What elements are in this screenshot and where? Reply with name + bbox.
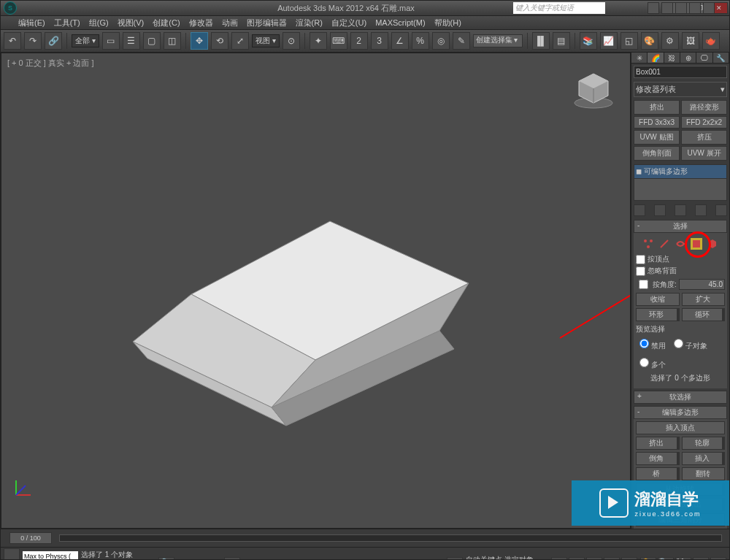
insert-vertex-button[interactable]: 插入顶点	[636, 421, 725, 434]
vertex-subobj-icon[interactable]	[642, 238, 654, 250]
schematic-button[interactable]: ◱	[620, 32, 638, 50]
mod-extrude[interactable]: 挤出	[634, 100, 680, 115]
quick-render-button[interactable]: 🫖	[702, 32, 720, 50]
menu-group[interactable]: 组(G)	[89, 18, 109, 28]
display-tab[interactable]: 🖵	[696, 53, 712, 63]
timeline-ticks[interactable]	[59, 534, 722, 542]
goto-end-icon[interactable]: ⏭	[621, 557, 637, 560]
menu-grapheditors[interactable]: 图形编辑器	[247, 18, 287, 28]
show-end-icon[interactable]	[654, 204, 666, 216]
modifier-list-dropdown[interactable]: 修改器列表▾	[634, 82, 727, 97]
mod-ffd333[interactable]: FFD 3x3x3	[634, 116, 680, 129]
rollout-softsel[interactable]: 软选择	[634, 391, 727, 404]
snap2d-button[interactable]: 2	[350, 32, 368, 50]
prev-frame-icon[interactable]: ◀	[569, 557, 585, 560]
window-crossing-button[interactable]: ◫	[164, 32, 181, 50]
rollout-editpoly[interactable]: 编辑多边形	[634, 406, 727, 419]
by-angle-checkbox[interactable]	[639, 280, 648, 289]
snap3d-button[interactable]: 3	[371, 32, 388, 50]
box-object[interactable]	[126, 214, 476, 448]
next-frame-icon[interactable]: ▶	[604, 557, 620, 560]
mod-ffd222[interactable]: FFD 2x2x2	[681, 116, 727, 129]
named-sel-input[interactable]: 创建选择集 ▾	[473, 34, 523, 47]
menu-create[interactable]: 创建(C)	[153, 18, 180, 28]
maximize-viewport-icon[interactable]: ◱	[710, 557, 726, 560]
anglesnap-button[interactable]: ∠	[391, 32, 409, 50]
move-button[interactable]: ✥	[191, 32, 208, 50]
remove-mod-icon[interactable]	[695, 204, 707, 216]
manipulate-button[interactable]: ✦	[310, 32, 327, 50]
by-vertex-checkbox[interactable]	[636, 255, 645, 264]
unique-icon[interactable]	[675, 204, 686, 216]
zoom-extents-icon[interactable]: ⛶	[675, 557, 691, 560]
rotate-button[interactable]: ⟲	[211, 32, 228, 50]
time-slider[interactable]: 0 / 100	[1, 529, 729, 547]
align-button[interactable]: ▤	[553, 32, 570, 50]
material-editor-button[interactable]: 🎨	[641, 32, 658, 50]
rollout-selection[interactable]: 选择	[634, 220, 727, 233]
stack-item-editpoly[interactable]: ◼ 可编辑多边形	[634, 165, 726, 179]
key-mode-icon[interactable]: 🗝	[447, 557, 463, 560]
edit-named-sel-button[interactable]: ✎	[453, 32, 470, 50]
modify-tab[interactable]: 🌈	[648, 53, 664, 63]
viewcube-icon[interactable]	[572, 68, 615, 112]
isolate-icon[interactable]	[224, 557, 240, 560]
loop-button[interactable]: 循环	[682, 308, 726, 321]
menu-modifiers[interactable]: 修改器	[189, 18, 213, 28]
modifier-stack[interactable]: ◼ 可编辑多边形	[634, 164, 727, 201]
redo-button[interactable]: ↷	[24, 32, 42, 50]
pan-icon[interactable]: ✋	[640, 557, 656, 560]
mod-bevelprofile[interactable]: 倒角剖面	[634, 146, 680, 161]
help-icon[interactable]	[648, 2, 659, 14]
spinnersnap-button[interactable]: ◎	[432, 32, 450, 50]
select-region-button[interactable]: ▢	[143, 32, 161, 50]
link-button[interactable]: 🔗	[45, 32, 62, 50]
play-icon[interactable]: ▶	[586, 557, 602, 560]
subobj-radio[interactable]	[674, 339, 683, 348]
create-tab[interactable]: ✳	[631, 53, 648, 63]
hierarchy-tab[interactable]: ⛓	[664, 53, 680, 63]
viewport-label[interactable]: [ + 0 正交 ] 真实 + 边面 ]	[7, 58, 94, 69]
mini-listener-icon[interactable]	[4, 548, 20, 560]
mirror-button[interactable]: ▐▌	[532, 32, 550, 50]
layers-button[interactable]: 📚	[580, 32, 597, 50]
disable-radio[interactable]	[639, 339, 649, 348]
viewport[interactable]: [ + 0 正交 ] 真实 + 边面 ]	[1, 53, 631, 529]
exchange-icon[interactable]	[689, 2, 701, 14]
goto-start-icon[interactable]: ⏮	[551, 557, 567, 560]
mod-squeeze[interactable]: 挤压	[681, 130, 727, 145]
mod-pathdeform[interactable]: 路径变形	[681, 100, 727, 115]
mod-uvwunwrap[interactable]: UVW 展开	[681, 146, 727, 161]
object-name-input[interactable]: Box001	[634, 66, 727, 78]
render-frame-button[interactable]: 🖼	[682, 32, 699, 50]
keyboard-button[interactable]: ⌨	[330, 32, 347, 50]
bridge-button[interactable]: 桥	[636, 467, 680, 480]
ring-button[interactable]: 环形	[636, 308, 680, 321]
pin-stack-icon[interactable]	[634, 204, 645, 216]
shrink-button[interactable]: 收缩	[636, 293, 680, 306]
outline-button[interactable]: 轮廓	[682, 437, 726, 450]
multi-radio[interactable]	[639, 358, 649, 367]
orbit-icon[interactable]: ⟳	[693, 557, 709, 560]
mod-uvwmap[interactable]: UVW 贴图	[634, 130, 680, 145]
star-icon[interactable]	[661, 2, 673, 14]
bevel-button[interactable]: 倒角	[636, 452, 680, 465]
inset-button[interactable]: 插入	[682, 452, 726, 465]
flip-button[interactable]: 翻转	[682, 467, 726, 480]
time-slider-handle[interactable]: 0 / 100	[9, 532, 52, 544]
menu-edit[interactable]: 编辑(E)	[18, 18, 45, 28]
pctsnap-button[interactable]: %	[412, 32, 429, 50]
menu-rendering[interactable]: 渲染(R)	[296, 18, 323, 28]
menu-animation[interactable]: 动画	[222, 18, 238, 28]
select-button[interactable]: ▭	[102, 32, 120, 50]
signin-icon[interactable]	[675, 2, 687, 14]
render-setup-button[interactable]: ⚙	[661, 32, 679, 50]
menu-help[interactable]: 帮助(H)	[434, 18, 461, 28]
selection-filter-dropdown[interactable]: 全部 ▾	[72, 34, 99, 47]
angle-spinner[interactable]: 45.0	[679, 279, 725, 290]
search-input[interactable]: 键入关键字或短语	[513, 2, 605, 14]
extrude-button[interactable]: 挤出	[636, 437, 680, 450]
select-name-button[interactable]: ☰	[123, 32, 140, 50]
configure-icon[interactable]	[715, 204, 727, 216]
ignore-backface-checkbox[interactable]	[636, 266, 645, 276]
